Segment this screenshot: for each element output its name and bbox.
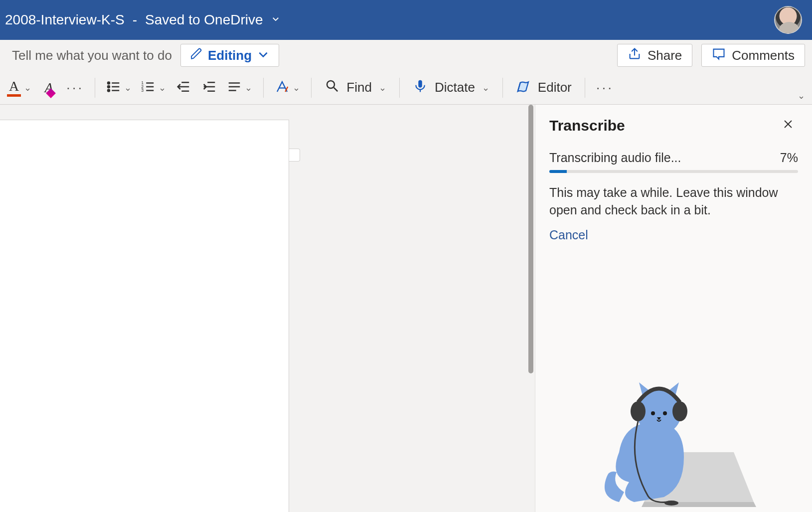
command-bar: Editing Share Comments — [0, 40, 812, 71]
bulleted-list-button[interactable]: ⌄ — [103, 76, 135, 99]
avatar[interactable] — [774, 6, 802, 34]
svg-point-35 — [663, 411, 667, 415]
clear-formatting-button[interactable]: A — [37, 76, 60, 99]
comment-icon — [712, 47, 726, 64]
chevron-down-icon: ⌄ — [798, 91, 805, 101]
editing-label: Editing — [208, 48, 252, 63]
divider — [399, 78, 400, 98]
align-button[interactable]: ⌄ — [224, 76, 255, 99]
tell-me-input[interactable] — [12, 48, 171, 63]
scrollbar[interactable] — [527, 105, 535, 512]
svg-point-32 — [631, 401, 646, 421]
svg-marker-31 — [666, 382, 679, 397]
editing-mode-button[interactable]: Editing — [180, 44, 279, 67]
ribbon: A ⌄ A ··· ⌄ 1 2 3 ⌄ — [0, 71, 812, 105]
close-pane-button[interactable] — [778, 116, 798, 136]
indent-icon — [202, 79, 217, 96]
chevron-down-icon: ⌄ — [482, 82, 489, 93]
increase-indent-button[interactable] — [198, 76, 221, 99]
svg-marker-27 — [644, 452, 754, 502]
chevron-down-icon: ⌄ — [293, 82, 300, 93]
outdent-icon — [176, 79, 191, 96]
doc-title[interactable]: 2008-Interview-K-S - Saved to OneDrive — [5, 12, 280, 28]
svg-point-37 — [664, 501, 678, 506]
svg-marker-30 — [639, 382, 651, 397]
share-button[interactable]: Share — [617, 44, 692, 67]
svg-marker-28 — [642, 502, 756, 507]
divider — [502, 78, 503, 98]
divider — [95, 78, 95, 98]
svg-point-34 — [651, 411, 655, 415]
scrollbar-thumb[interactable] — [528, 105, 533, 373]
pencil-icon — [190, 47, 203, 64]
share-icon — [628, 47, 642, 64]
divider — [585, 78, 585, 98]
svg-point-2 — [108, 86, 110, 88]
dictate-button[interactable]: Dictate ⌄ — [408, 76, 494, 99]
cancel-button[interactable]: Cancel — [549, 228, 588, 242]
chevron-down-icon: ⌄ — [124, 82, 132, 93]
hint-text: This may take a while. Leave this window… — [549, 184, 798, 219]
status-text: Transcribing audio file... — [549, 151, 681, 165]
separator: - — [133, 12, 137, 28]
svg-point-0 — [108, 82, 110, 84]
find-label: Find — [346, 80, 372, 95]
chevron-down-icon: ⌄ — [159, 82, 166, 93]
decrease-indent-button[interactable] — [172, 76, 195, 99]
pane-title: Transcribe — [549, 117, 625, 134]
styles-button[interactable]: ⌄ — [272, 76, 303, 99]
microphone-icon — [413, 78, 428, 97]
numbered-list-button[interactable]: 1 2 3 ⌄ — [138, 76, 169, 99]
share-label: Share — [648, 48, 682, 63]
chevron-down-icon: ⌄ — [245, 82, 252, 93]
svg-point-33 — [672, 401, 687, 421]
search-icon — [325, 78, 339, 97]
save-status: Saved to OneDrive — [145, 12, 263, 28]
status-row: Transcribing audio file... 7% — [549, 151, 798, 165]
chevron-down-icon — [257, 48, 270, 63]
svg-line-22 — [334, 88, 338, 92]
divider — [263, 78, 264, 98]
main-area: Transcribe Transcribing audio file... 7%… — [0, 105, 812, 512]
comments-button[interactable]: Comments — [701, 44, 805, 67]
ribbon-expand-button[interactable]: ⌄ — [794, 88, 809, 103]
more-commands-button[interactable]: ··· — [593, 76, 617, 99]
cancel-label: Cancel — [549, 228, 588, 242]
bulleted-list-icon — [106, 79, 121, 96]
font-color-button[interactable]: A ⌄ — [4, 76, 34, 99]
svg-text:3: 3 — [142, 88, 144, 93]
chevron-down-icon — [271, 14, 280, 26]
dictate-label: Dictate — [435, 80, 475, 95]
align-icon — [227, 79, 242, 96]
illustration — [584, 352, 764, 512]
svg-point-29 — [637, 390, 681, 435]
svg-rect-23 — [418, 80, 422, 88]
editor-label: Editor — [538, 80, 572, 95]
font-color-icon: A — [7, 78, 21, 97]
svg-point-4 — [108, 89, 110, 91]
clear-formatting-icon: A — [44, 80, 53, 96]
more-font-button[interactable]: ··· — [63, 76, 87, 99]
progress-percent: 7% — [780, 151, 798, 165]
chevron-down-icon: ⌄ — [379, 82, 386, 93]
document-page[interactable] — [0, 120, 289, 512]
styles-icon — [275, 79, 290, 96]
editor-button[interactable]: Editor — [511, 76, 577, 99]
ellipsis-icon: ··· — [66, 80, 84, 96]
svg-marker-36 — [657, 417, 661, 420]
numbered-list-icon: 1 2 3 — [141, 79, 156, 96]
page-tab[interactable] — [289, 149, 300, 162]
titlebar: 2008-Interview-K-S - Saved to OneDrive — [0, 0, 812, 40]
progress-bar-fill — [549, 170, 567, 173]
find-button[interactable]: Find ⌄ — [320, 76, 391, 99]
close-icon — [782, 118, 794, 133]
ellipsis-icon: ··· — [596, 80, 614, 96]
document-area — [0, 105, 535, 512]
doc-name: 2008-Interview-K-S — [5, 12, 125, 28]
chevron-down-icon: ⌄ — [24, 82, 31, 93]
svg-point-21 — [327, 81, 334, 88]
progress-bar — [549, 170, 798, 173]
divider — [311, 78, 312, 98]
comments-label: Comments — [732, 48, 795, 63]
transcribe-pane: Transcribe Transcribing audio file... 7%… — [535, 105, 812, 512]
